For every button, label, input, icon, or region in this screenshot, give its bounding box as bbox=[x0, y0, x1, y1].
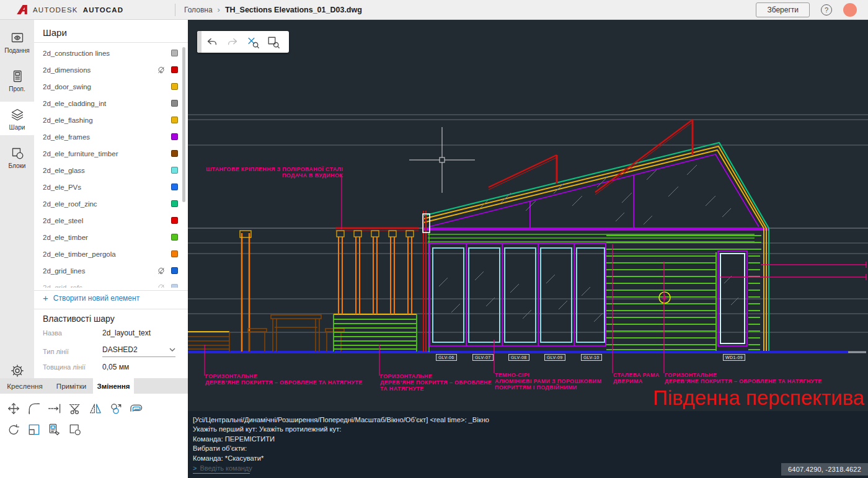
trim-tool-icon[interactable] bbox=[68, 401, 82, 416]
divider bbox=[34, 290, 188, 291]
linetype-select[interactable]: DASHED2 bbox=[102, 345, 175, 357]
extend-tool-icon[interactable] bbox=[47, 401, 62, 416]
layer-row[interactable]: 2d_ele_PVs bbox=[34, 179, 188, 195]
svg-text:ДВЕРИМА: ДВЕРИМА bbox=[613, 378, 643, 384]
layer-name-row: Назва 2d_layout_text bbox=[43, 329, 179, 337]
divider bbox=[34, 309, 188, 309]
top-bar: AUTODESK AUTOCAD Головна › TH_Sections E… bbox=[0, 0, 868, 20]
create-layer-link[interactable]: + Створити новий елемент bbox=[43, 294, 140, 303]
layer-name: 2d_ele_cladding_int bbox=[43, 100, 171, 107]
tool-row bbox=[6, 401, 183, 416]
avatar[interactable] bbox=[843, 3, 857, 17]
command-history-line: Команда: ПЕРЕМІСТИТИ bbox=[193, 435, 868, 444]
bench bbox=[188, 332, 229, 352]
layer-color-swatch[interactable] bbox=[171, 150, 178, 157]
glazed-doors bbox=[430, 244, 606, 346]
scale-tool-icon[interactable] bbox=[27, 422, 42, 437]
layer-name-value[interactable]: 2d_layout_text bbox=[102, 329, 151, 337]
sidebar-item-label: Подання bbox=[4, 47, 29, 54]
help-icon[interactable]: ? bbox=[821, 4, 832, 15]
save-button[interactable]: Зберегти bbox=[756, 2, 810, 17]
layers-panel-title: Шари bbox=[43, 27, 67, 38]
right-timber-slats bbox=[606, 236, 761, 351]
command-input[interactable]: > Введіть команду bbox=[193, 464, 250, 474]
tab-modify[interactable]: Змінення bbox=[93, 378, 134, 394]
roof bbox=[423, 143, 769, 228]
layer-name: 2d_dimensions bbox=[43, 66, 157, 74]
layer-color-swatch[interactable] bbox=[171, 100, 178, 107]
lineweight-value[interactable]: 0,05 мм bbox=[102, 363, 129, 371]
fillet-tool-icon[interactable] bbox=[27, 401, 42, 416]
redo-icon[interactable] bbox=[222, 33, 242, 51]
breadcrumb-home-link[interactable]: Головна bbox=[184, 6, 213, 14]
note-timber-3: ГОРИЗОНТАЛЬНЕ bbox=[665, 372, 717, 378]
layer-row[interactable]: 2d_grid_refs bbox=[34, 279, 188, 288]
layer-row[interactable]: 2d_ele_steel bbox=[34, 212, 188, 229]
layer-hidden-bulb-icon[interactable] bbox=[157, 267, 166, 275]
sidebar-item-properties[interactable]: Проп. bbox=[0, 63, 34, 97]
offset-tool-icon[interactable] bbox=[129, 401, 144, 416]
layer-row[interactable]: 2d_ele_furniture_timber bbox=[34, 145, 188, 162]
copy-tool-icon[interactable] bbox=[108, 401, 123, 416]
layer-color-swatch[interactable] bbox=[171, 234, 178, 241]
tab-draw[interactable]: Креслення bbox=[0, 378, 50, 394]
match-properties-tool-icon[interactable] bbox=[47, 422, 62, 437]
rotate-tool-icon[interactable] bbox=[6, 422, 21, 437]
drawing-canvas[interactable]: ШТАНГОВЕ КРІПЛЕННЯ З ПОЛІРОВАНОЇ СТАЛІ П… bbox=[188, 20, 868, 478]
plus-icon: + bbox=[43, 294, 48, 302]
layer-name: 2d_ele_furniture_timber bbox=[43, 150, 171, 157]
layer-color-swatch[interactable] bbox=[171, 267, 178, 274]
layer-hidden-bulb-icon[interactable] bbox=[157, 283, 166, 288]
layer-row[interactable]: 2d_ele_glass bbox=[34, 162, 188, 179]
tab-annotate[interactable]: Примітки bbox=[50, 378, 93, 394]
layer-name: 2d_construction lines bbox=[43, 50, 171, 57]
layer-row[interactable]: 2d_grid_lines bbox=[34, 262, 188, 279]
layer-color-swatch[interactable] bbox=[171, 284, 178, 288]
door-tag: GLV-09 bbox=[544, 354, 565, 361]
layer-color-swatch[interactable] bbox=[171, 200, 178, 207]
linetype-label: Тип лінії bbox=[43, 348, 102, 355]
layer-list-scrollbar[interactable] bbox=[182, 47, 185, 202]
tool-row bbox=[6, 422, 183, 437]
zoom-window-icon[interactable] bbox=[263, 33, 283, 51]
svg-text:ПОКРИТТЯМ І ПОДВІЙНИМИ: ПОКРИТТЯМ І ПОДВІЙНИМИ bbox=[495, 384, 577, 391]
door-tag: GLV-10 bbox=[581, 354, 602, 361]
layer-row[interactable]: 2d_ele_cladding_int bbox=[34, 95, 188, 112]
layer-color-swatch[interactable] bbox=[171, 184, 178, 190]
note-steel-frame-door: СТАЛЕВА РАМА bbox=[613, 372, 660, 378]
move-tool-icon[interactable] bbox=[6, 401, 21, 416]
layer-row[interactable]: 2d_ele_frames bbox=[34, 128, 188, 145]
mirror-tool-icon[interactable] bbox=[88, 401, 103, 416]
layer-color-swatch[interactable] bbox=[171, 83, 178, 90]
layer-color-swatch[interactable] bbox=[171, 66, 178, 73]
sidebar-item-blocks[interactable]: Блоки bbox=[0, 140, 34, 174]
toolbar-drag-handle[interactable] bbox=[197, 31, 202, 53]
svg-text:ТА НАТЯГНУТЕ: ТА НАТЯГНУТЕ bbox=[380, 386, 424, 392]
window-tag: WD1-09 bbox=[723, 354, 745, 361]
layer-row[interactable]: 2d_construction lines bbox=[34, 45, 188, 61]
edit-block-tool-icon[interactable] bbox=[68, 422, 82, 437]
layer-row[interactable]: 2d_ele_timber bbox=[34, 229, 188, 246]
zoom-selection-icon[interactable] bbox=[242, 33, 263, 51]
layer-color-swatch[interactable] bbox=[171, 133, 178, 140]
sidebar-item-label: Проп. bbox=[9, 86, 25, 92]
layer-row[interactable]: 2d_ele_roof_zinc bbox=[34, 195, 188, 212]
layer-hidden-bulb-icon[interactable] bbox=[157, 66, 166, 74]
svg-text:ПОДАЧА В БУДИНОК: ПОДАЧА В БУДИНОК bbox=[282, 172, 343, 179]
undo-icon[interactable] bbox=[202, 33, 222, 51]
views-icon bbox=[10, 30, 25, 45]
sidebar-item-views[interactable]: Подання bbox=[0, 25, 34, 58]
layer-row[interactable]: 2d_ele_flashing bbox=[34, 112, 188, 128]
layer-color-swatch[interactable] bbox=[171, 217, 178, 224]
sidebar-item-layers[interactable]: Шари bbox=[0, 102, 34, 135]
layer-color-swatch[interactable] bbox=[171, 250, 178, 257]
layer-color-swatch[interactable] bbox=[171, 167, 178, 174]
layer-color-swatch[interactable] bbox=[171, 50, 178, 56]
layer-row[interactable]: 2d_dimensions bbox=[34, 61, 188, 78]
layer-color-swatch[interactable] bbox=[171, 117, 178, 123]
layer-row[interactable]: 2d_door_swing bbox=[34, 78, 188, 95]
create-layer-label: Створити новий елемент bbox=[53, 294, 140, 303]
modify-tools-panel bbox=[0, 394, 188, 478]
layer-row[interactable]: 2d_ele_timber_pergola bbox=[34, 246, 188, 262]
command-prompt-icon: > bbox=[193, 464, 197, 472]
